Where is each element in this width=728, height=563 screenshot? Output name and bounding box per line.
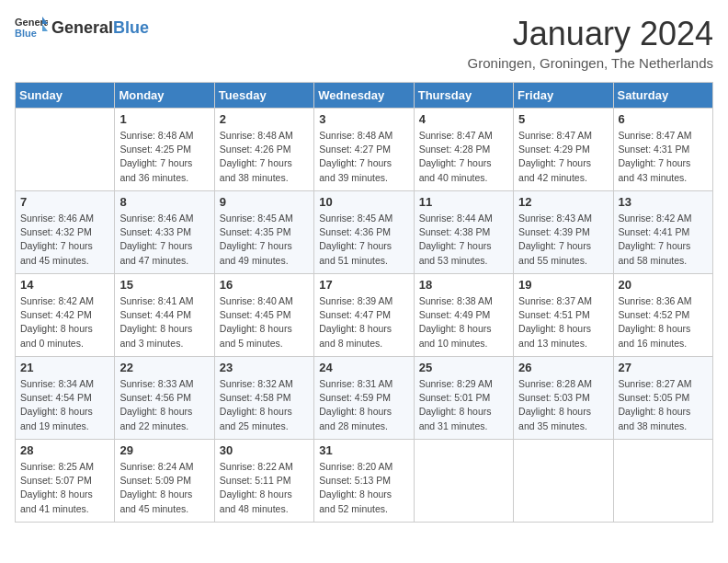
day-info: Sunrise: 8:27 AMSunset: 5:05 PMDaylight:…: [619, 377, 708, 433]
title-area: January 2024 Groningen, Groningen, The N…: [468, 15, 713, 71]
table-row: 25 Sunrise: 8:29 AMSunset: 5:01 PMDaylig…: [414, 357, 513, 440]
table-row: 24 Sunrise: 8:31 AMSunset: 4:59 PMDaylig…: [314, 357, 414, 440]
table-row: 14 Sunrise: 8:42 AMSunset: 4:42 PMDaylig…: [16, 274, 115, 357]
table-row: 19 Sunrise: 8:37 AMSunset: 4:51 PMDaylig…: [514, 274, 613, 357]
day-number: 18: [419, 278, 508, 292]
header-monday: Monday: [115, 83, 214, 109]
day-info: Sunrise: 8:42 AMSunset: 4:41 PMDaylight:…: [619, 212, 708, 268]
day-info: Sunrise: 8:47 AMSunset: 4:28 PMDaylight:…: [419, 129, 508, 185]
table-row: [414, 440, 513, 523]
table-row: 17 Sunrise: 8:39 AMSunset: 4:47 PMDaylig…: [314, 274, 414, 357]
day-number: 19: [518, 278, 608, 292]
day-info: Sunrise: 8:47 AMSunset: 4:29 PMDaylight:…: [518, 129, 608, 185]
table-row: 26 Sunrise: 8:28 AMSunset: 5:03 PMDaylig…: [514, 357, 613, 440]
day-info: Sunrise: 8:42 AMSunset: 4:42 PMDaylight:…: [20, 294, 109, 350]
month-title: January 2024: [468, 15, 713, 53]
table-row: 4 Sunrise: 8:47 AMSunset: 4:28 PMDayligh…: [414, 109, 513, 191]
day-info: Sunrise: 8:45 AMSunset: 4:36 PMDaylight:…: [319, 212, 408, 268]
table-row: 31 Sunrise: 8:20 AMSunset: 5:13 PMDaylig…: [314, 440, 414, 523]
day-number: 28: [20, 443, 109, 457]
day-number: 21: [20, 361, 109, 374]
header-sunday: Sunday: [16, 83, 115, 109]
logo: General Blue General Blue: [15, 15, 149, 40]
header-thursday: Thursday: [414, 83, 513, 109]
day-number: 26: [518, 361, 608, 374]
day-number: 11: [419, 195, 508, 209]
calendar-week-row: 28 Sunrise: 8:25 AMSunset: 5:07 PMDaylig…: [16, 440, 713, 523]
calendar-week-row: 14 Sunrise: 8:42 AMSunset: 4:42 PMDaylig…: [16, 274, 713, 357]
table-row: 23 Sunrise: 8:32 AMSunset: 4:58 PMDaylig…: [214, 357, 313, 440]
header: General Blue General Blue January 2024 G…: [15, 15, 713, 71]
day-number: 17: [319, 278, 408, 292]
day-info: Sunrise: 8:38 AMSunset: 4:49 PMDaylight:…: [419, 294, 508, 350]
day-number: 24: [319, 361, 408, 374]
day-info: Sunrise: 8:22 AMSunset: 5:11 PMDaylight:…: [220, 460, 309, 516]
table-row: 27 Sunrise: 8:27 AMSunset: 5:05 PMDaylig…: [613, 357, 712, 440]
day-info: Sunrise: 8:48 AMSunset: 4:25 PMDaylight:…: [119, 129, 209, 185]
day-number: 22: [119, 361, 209, 374]
day-info: Sunrise: 8:45 AMSunset: 4:35 PMDaylight:…: [220, 212, 309, 268]
logo-text-blue: Blue: [113, 18, 149, 38]
day-info: Sunrise: 8:40 AMSunset: 4:45 PMDaylight:…: [220, 294, 309, 350]
day-info: Sunrise: 8:37 AMSunset: 4:51 PMDaylight:…: [518, 294, 608, 350]
table-row: [514, 440, 613, 523]
day-info: Sunrise: 8:48 AMSunset: 4:26 PMDaylight:…: [220, 129, 309, 185]
day-number: 30: [220, 443, 309, 457]
table-row: 6 Sunrise: 8:47 AMSunset: 4:31 PMDayligh…: [613, 109, 712, 191]
day-number: 31: [319, 443, 408, 457]
logo-icon: General Blue: [15, 15, 48, 40]
day-number: 5: [518, 112, 608, 126]
day-number: 6: [619, 112, 708, 126]
day-number: 1: [119, 112, 209, 126]
header-friday: Friday: [514, 83, 613, 109]
day-info: Sunrise: 8:47 AMSunset: 4:31 PMDaylight:…: [619, 129, 708, 185]
calendar-body: 1 Sunrise: 8:48 AMSunset: 4:25 PMDayligh…: [16, 109, 713, 523]
day-number: 13: [619, 195, 708, 209]
day-number: 3: [319, 112, 408, 126]
table-row: 16 Sunrise: 8:40 AMSunset: 4:45 PMDaylig…: [214, 274, 313, 357]
day-number: 23: [220, 361, 309, 374]
table-row: 21 Sunrise: 8:34 AMSunset: 4:54 PMDaylig…: [16, 357, 115, 440]
header-saturday: Saturday: [613, 83, 712, 109]
day-number: 20: [619, 278, 708, 292]
day-info: Sunrise: 8:48 AMSunset: 4:27 PMDaylight:…: [319, 129, 408, 185]
header-row: Sunday Monday Tuesday Wednesday Thursday…: [16, 83, 713, 109]
day-number: 2: [220, 112, 309, 126]
day-info: Sunrise: 8:20 AMSunset: 5:13 PMDaylight:…: [319, 460, 408, 516]
day-info: Sunrise: 8:31 AMSunset: 4:59 PMDaylight:…: [319, 377, 408, 433]
day-info: Sunrise: 8:39 AMSunset: 4:47 PMDaylight:…: [319, 294, 408, 350]
day-info: Sunrise: 8:44 AMSunset: 4:38 PMDaylight:…: [419, 212, 508, 268]
day-info: Sunrise: 8:34 AMSunset: 4:54 PMDaylight:…: [20, 377, 109, 433]
location-title: Groningen, Groningen, The Netherlands: [468, 55, 713, 71]
logo-text-general: General: [51, 18, 113, 38]
day-info: Sunrise: 8:25 AMSunset: 5:07 PMDaylight:…: [20, 460, 109, 516]
header-wednesday: Wednesday: [314, 83, 414, 109]
table-row: 5 Sunrise: 8:47 AMSunset: 4:29 PMDayligh…: [514, 109, 613, 191]
day-number: 14: [20, 278, 109, 292]
table-row: 29 Sunrise: 8:24 AMSunset: 5:09 PMDaylig…: [115, 440, 214, 523]
table-row: 10 Sunrise: 8:45 AMSunset: 4:36 PMDaylig…: [314, 191, 414, 274]
day-number: 16: [220, 278, 309, 292]
table-row: 15 Sunrise: 8:41 AMSunset: 4:44 PMDaylig…: [115, 274, 214, 357]
table-row: 11 Sunrise: 8:44 AMSunset: 4:38 PMDaylig…: [414, 191, 513, 274]
day-number: 8: [119, 195, 209, 209]
table-row: 1 Sunrise: 8:48 AMSunset: 4:25 PMDayligh…: [115, 109, 214, 191]
day-info: Sunrise: 8:24 AMSunset: 5:09 PMDaylight:…: [119, 460, 209, 516]
day-info: Sunrise: 8:41 AMSunset: 4:44 PMDaylight:…: [119, 294, 209, 350]
day-info: Sunrise: 8:33 AMSunset: 4:56 PMDaylight:…: [119, 377, 209, 433]
day-number: 25: [419, 361, 508, 374]
day-info: Sunrise: 8:46 AMSunset: 4:33 PMDaylight:…: [119, 212, 209, 268]
calendar-week-row: 7 Sunrise: 8:46 AMSunset: 4:32 PMDayligh…: [16, 191, 713, 274]
table-row: 8 Sunrise: 8:46 AMSunset: 4:33 PMDayligh…: [115, 191, 214, 274]
svg-text:Blue: Blue: [15, 28, 37, 39]
day-number: 29: [119, 443, 209, 457]
table-row: [613, 440, 712, 523]
table-row: 2 Sunrise: 8:48 AMSunset: 4:26 PMDayligh…: [214, 109, 313, 191]
table-row: 7 Sunrise: 8:46 AMSunset: 4:32 PMDayligh…: [16, 191, 115, 274]
calendar-header: Sunday Monday Tuesday Wednesday Thursday…: [16, 83, 713, 109]
day-info: Sunrise: 8:28 AMSunset: 5:03 PMDaylight:…: [518, 377, 608, 433]
day-info: Sunrise: 8:32 AMSunset: 4:58 PMDaylight:…: [220, 377, 309, 433]
table-row: 9 Sunrise: 8:45 AMSunset: 4:35 PMDayligh…: [214, 191, 313, 274]
day-number: 12: [518, 195, 608, 209]
header-tuesday: Tuesday: [214, 83, 313, 109]
